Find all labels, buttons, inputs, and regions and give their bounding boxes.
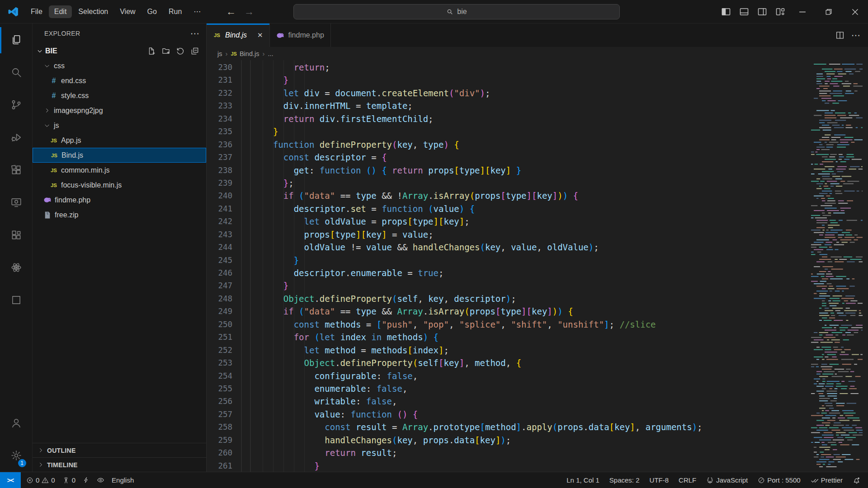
activity-explorer-icon[interactable] <box>0 23 33 56</box>
remote-indicator[interactable]: >< <box>0 472 21 488</box>
activity-atom-icon[interactable] <box>0 251 33 284</box>
activity-blocks-icon[interactable] <box>0 219 33 251</box>
status-indentation[interactable]: Spaces: 2 <box>606 476 643 484</box>
line-number: 245 <box>207 254 232 267</box>
close-button[interactable] <box>842 0 868 23</box>
code-line-244: 244 oldValue != value && handleChanges(k… <box>207 241 809 253</box>
folder-js[interactable]: js <box>33 118 206 133</box>
js-file-icon: JS <box>213 33 221 38</box>
panel-right-button[interactable] <box>753 0 771 23</box>
command-center-search[interactable]: bie <box>293 4 620 19</box>
status-problems[interactable]: 00 <box>23 476 59 484</box>
menu-view[interactable]: View <box>114 5 141 18</box>
status-cursor-position[interactable]: Ln 1, Col 1 <box>563 476 603 484</box>
breadcrumb-item[interactable]: js <box>217 50 222 57</box>
panel-left-button[interactable] <box>717 0 735 23</box>
file-end-css[interactable]: #end.css <box>33 73 206 88</box>
line-number: 230 <box>207 61 232 74</box>
breadcrumb-item[interactable]: JSBind.js <box>231 50 259 57</box>
file-tree: css#end.css#style.cssimagespng2jpgjsJSAp… <box>33 58 206 222</box>
tree-item-label: free.zip <box>55 211 78 219</box>
line-number: 251 <box>207 331 232 343</box>
js-file-icon: JS <box>50 153 58 158</box>
activity-extensions-icon[interactable] <box>0 154 33 186</box>
status-language-mode[interactable]: JavaScript <box>703 476 751 484</box>
menu-file[interactable]: File <box>25 5 48 18</box>
refresh-button[interactable] <box>175 45 186 57</box>
status-encoding[interactable]: UTF-8 <box>646 476 673 484</box>
code-editor[interactable]: 230 return;231 }232 let div = document.c… <box>207 60 809 472</box>
code-line-233: 233 div.innerHTML = template; <box>207 99 809 112</box>
status-notifications[interactable] <box>849 476 864 484</box>
nav-forward-button[interactable]: → <box>244 6 254 18</box>
line-number: 252 <box>207 344 232 357</box>
activity-search-icon[interactable] <box>0 56 33 89</box>
tree-root-bie[interactable]: BIE <box>33 43 206 58</box>
nav-back-button[interactable]: ← <box>226 6 236 18</box>
file-style-css[interactable]: #style.css <box>33 88 206 103</box>
tree-item-label: findme.php <box>55 196 90 204</box>
file-focus-visible-min-js[interactable]: JSfocus-visible.min.js <box>33 178 206 192</box>
menu-selection[interactable]: Selection <box>73 5 113 18</box>
activity-remote-explorer-icon[interactable] <box>0 186 33 219</box>
menu-[interactable]: ⋯ <box>188 5 206 18</box>
activity-square-tool-icon[interactable] <box>0 284 33 316</box>
status-prettier[interactable]: Prettier <box>807 476 846 484</box>
minimap[interactable] <box>809 60 868 472</box>
line-number: 235 <box>207 125 232 138</box>
menu-go[interactable]: Go <box>142 5 162 18</box>
tab-findme-php[interactable]: findme.php <box>270 23 331 47</box>
line-number: 259 <box>207 434 232 446</box>
code-line-256: 256 writable: false, <box>207 395 809 408</box>
activity-source-control-icon[interactable] <box>0 89 33 121</box>
file-bind-js[interactable]: JSBind.js <box>33 148 206 163</box>
editor-more-actions[interactable]: ⋯ <box>851 30 861 41</box>
folder-css[interactable]: css <box>33 58 206 73</box>
error-icon <box>26 477 33 484</box>
tree-item-label: focus-visible.min.js <box>61 181 122 189</box>
section-outline[interactable]: OUTLINE <box>33 443 206 457</box>
folder-imagespng2jpg[interactable]: imagespng2jpg <box>33 103 206 118</box>
panel-bottom-button[interactable] <box>735 0 753 23</box>
status-preview[interactable] <box>93 476 108 484</box>
explorer-title: EXPLORER <box>44 30 80 37</box>
warning-icon <box>42 477 49 484</box>
activity-accounts-icon[interactable] <box>0 407 33 439</box>
minimize-button[interactable] <box>789 0 816 23</box>
status-eol[interactable]: CRLF <box>675 476 700 484</box>
line-number: 243 <box>207 228 232 241</box>
layout-custom-button[interactable] <box>771 0 789 23</box>
explorer-more-actions[interactable]: ⋯ <box>190 28 200 39</box>
status-live-server-port[interactable]: Port : 5500 <box>754 476 804 484</box>
split-editor-button[interactable] <box>835 30 845 40</box>
status-broadcast[interactable]: 0 <box>59 476 79 484</box>
new-folder-button[interactable] <box>160 45 172 57</box>
new-file-button[interactable] <box>146 45 157 57</box>
collapse-all-button[interactable] <box>189 45 201 57</box>
activity-run-debug-icon[interactable] <box>0 121 33 154</box>
code-line-259: 259 handleChanges(key, props.data[key]); <box>207 434 809 446</box>
code-line-255: 255 enumerable: false, <box>207 382 809 395</box>
code-line-240: 240 if ("data" == type && !Array.isArray… <box>207 189 809 202</box>
file-common-min-js[interactable]: JScommon.min.js <box>33 163 206 178</box>
menu-run[interactable]: Run <box>163 5 187 18</box>
file-free-zip[interactable]: free.zip <box>33 207 206 222</box>
file-app-js[interactable]: JSApp.js <box>33 133 206 148</box>
search-value: bie <box>457 8 467 16</box>
line-number: 241 <box>207 202 232 215</box>
status-spell-language[interactable]: English <box>108 476 137 484</box>
breadcrumb-item[interactable]: ... <box>268 50 273 57</box>
status-power[interactable] <box>79 477 93 483</box>
tab-bind-js[interactable]: JSBind.js✕ <box>207 23 270 47</box>
close-icon[interactable]: ✕ <box>257 31 263 39</box>
file-findme-php[interactable]: findme.php <box>33 192 206 207</box>
chevron-right-icon <box>43 107 51 114</box>
menu-bar: FileEditSelectionViewGoRun⋯ <box>25 5 206 18</box>
tab-label: Bind.js <box>225 31 247 39</box>
line-number: 254 <box>207 370 232 382</box>
activity-settings-icon[interactable]: 1 <box>0 439 33 472</box>
line-number: 246 <box>207 267 232 279</box>
restore-button[interactable] <box>816 0 842 23</box>
section-timeline[interactable]: TIMELINE <box>33 457 206 472</box>
menu-edit[interactable]: Edit <box>49 5 72 18</box>
